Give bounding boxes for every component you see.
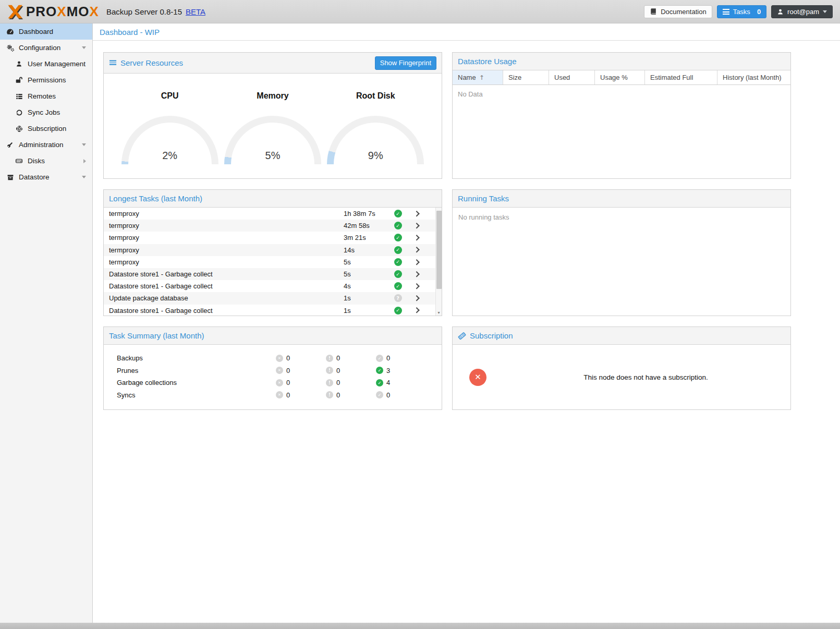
panel-title: Subscription: [470, 331, 513, 340]
column-header-usage-pct[interactable]: Usage %: [595, 70, 645, 84]
task-row[interactable]: termproxy1h 38m 7s: [104, 208, 435, 220]
chevron-down-icon: [823, 10, 827, 13]
subscription-header: Subscription: [453, 327, 790, 345]
beta-link[interactable]: BETA: [186, 7, 205, 16]
chevron-down-icon[interactable]: [82, 143, 86, 146]
chevron-right-icon[interactable]: [414, 259, 420, 265]
column-header-history[interactable]: History (last Month): [717, 70, 790, 84]
scrollbar-down-arrow[interactable]: ▾: [436, 310, 442, 316]
server-resources-header: Server Resources Show Fingerprint: [104, 53, 442, 74]
task-summary-panel: Task Summary (last Month) Backups 0 0 0 …: [103, 326, 442, 410]
chevron-down-icon[interactable]: [82, 176, 86, 178]
column-header-name[interactable]: Name↑: [453, 70, 503, 84]
page-title: Dashboard - WIP: [100, 28, 160, 37]
task-status-icon: [394, 258, 402, 266]
column-header-size[interactable]: Size: [503, 70, 549, 84]
show-fingerprint-button[interactable]: Show Fingerprint: [375, 56, 436, 70]
tasks-count-badge: 0: [757, 8, 761, 16]
task-row[interactable]: termproxy3m 21s: [104, 232, 435, 244]
chevron-right-icon[interactable]: [414, 283, 420, 289]
warning-count-icon: [326, 367, 333, 374]
server-resources-panel: Server Resources Show Fingerprint CPU 2%…: [103, 52, 442, 179]
warning-count-icon: [326, 379, 333, 386]
panel-title: Running Tasks: [458, 194, 509, 203]
task-list-icon: [723, 9, 729, 15]
life-ring-icon: [14, 125, 24, 132]
datastore-usage-panel: Datastore Usage Name↑ Size Used Usage % …: [452, 52, 791, 179]
summary-row-backups: Backups 0 0 0: [104, 352, 442, 365]
sidebar-item-disks[interactable]: Disks: [0, 153, 92, 169]
window-bottom-edge: [0, 623, 840, 629]
sidebar-item-sync-jobs[interactable]: Sync Jobs: [0, 104, 92, 120]
task-row[interactable]: termproxy5s: [104, 256, 435, 268]
task-status-icon: [394, 210, 402, 217]
chevron-right-icon[interactable]: [414, 235, 420, 241]
panel-title: Longest Tasks (last Month): [109, 194, 202, 203]
scrollbar[interactable]: ▾: [435, 208, 442, 316]
documentation-button[interactable]: Documentation: [644, 5, 712, 18]
error-count-icon: [276, 355, 283, 362]
error-count-icon: [276, 391, 283, 398]
error-count-icon: [276, 379, 283, 386]
chevron-right-icon[interactable]: [414, 247, 420, 253]
task-row[interactable]: termproxy14s: [104, 244, 435, 256]
subscription-panel: Subscription ✕ This node does not have a…: [452, 326, 791, 410]
chevron-down-icon[interactable]: [82, 46, 86, 49]
column-header-used[interactable]: Used: [549, 70, 595, 84]
chevron-right-icon[interactable]: [414, 271, 420, 277]
sidebar-item-dashboard[interactable]: Dashboard: [0, 23, 92, 40]
longest-tasks-list: termproxy1h 38m 7s termproxy42m 58s term…: [104, 208, 442, 316]
sidebar-item-remotes[interactable]: Remotes: [0, 88, 92, 104]
proxmox-x-logo-icon: [5, 4, 24, 19]
user-icon: [14, 61, 24, 67]
task-row[interactable]: Datastore store1 - Garbage collect5s: [104, 268, 435, 280]
logo-wordmark: PROXMOX: [26, 4, 99, 20]
column-header-estimated-full[interactable]: Estimated Full: [645, 70, 717, 84]
sidebar-item-subscription[interactable]: Subscription: [0, 120, 92, 137]
ok-count-icon: [376, 367, 383, 374]
tasks-button[interactable]: Tasks 0: [717, 5, 766, 18]
running-tasks-header: Running Tasks: [453, 190, 790, 208]
task-status-icon: [394, 294, 402, 302]
chevron-right-icon[interactable]: [414, 211, 420, 216]
wrench-icon: [5, 141, 15, 149]
sync-icon: [14, 109, 24, 116]
task-status-icon: [394, 307, 402, 314]
warning-count-icon: [326, 391, 333, 398]
scrollbar-thumb[interactable]: [436, 211, 442, 289]
gears-icon: [5, 44, 15, 52]
error-count-icon: [276, 367, 283, 374]
longest-tasks-panel: Longest Tasks (last Month) termproxy1h 3…: [103, 189, 442, 316]
main-content: Server Resources Show Fingerprint CPU 2%…: [93, 41, 840, 629]
page-title-bar: Dashboard - WIP: [93, 23, 840, 41]
book-icon: [650, 8, 657, 15]
sidebar-item-administration[interactable]: Administration: [0, 137, 92, 153]
chevron-right-icon[interactable]: [414, 308, 420, 313]
cpu-gauge: CPU 2%: [121, 91, 218, 164]
root-disk-gauge: Root Disk 9%: [327, 91, 424, 164]
sidebar-item-configuration[interactable]: Configuration: [0, 40, 92, 56]
sidebar-item-datastore[interactable]: Datastore: [0, 169, 92, 185]
summary-row-garbage-collections: Garbage collections 0 0 4: [104, 377, 442, 389]
user-icon: [777, 8, 784, 15]
proxmox-logo: PROXMOX: [5, 4, 99, 20]
proxmox-backup-dashboard: PROXMOX Backup Server 0.8-15 BETA Docume…: [0, 0, 840, 629]
chevron-right-icon[interactable]: [414, 296, 420, 301]
cpu-gauge-value: 2%: [121, 150, 218, 162]
task-row[interactable]: Datastore store1 - Garbage collect1s: [104, 305, 435, 316]
user-menu-button[interactable]: root@pam: [771, 5, 833, 18]
task-row[interactable]: termproxy42m 58s: [104, 220, 435, 232]
warning-count-icon: [326, 355, 333, 362]
no-subscription-icon: ✕: [469, 369, 486, 386]
running-tasks-panel: Running Tasks No running tasks: [452, 189, 791, 316]
tachometer-icon: [5, 28, 15, 35]
task-row[interactable]: Update package database1s: [104, 292, 435, 304]
ticket-icon: [458, 332, 466, 340]
ok-count-icon: [376, 355, 383, 362]
chevron-right-icon[interactable]: [83, 159, 86, 163]
sidebar-item-user-management[interactable]: User Management: [0, 56, 92, 72]
chevron-right-icon[interactable]: [414, 223, 420, 228]
task-row[interactable]: Datastore store1 - Garbage collect4s: [104, 280, 435, 292]
sidebar-item-permissions[interactable]: Permissions: [0, 72, 92, 88]
task-status-icon: [394, 222, 402, 229]
